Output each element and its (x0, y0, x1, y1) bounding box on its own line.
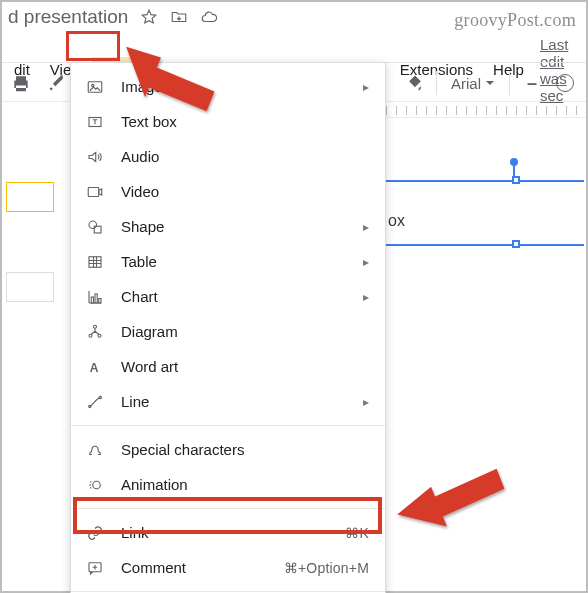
resize-handle-icon[interactable] (512, 176, 520, 184)
menu-separator (71, 508, 385, 509)
document-titlebar: d presentation (2, 6, 218, 28)
menu-item-label: Comment (121, 559, 268, 576)
specialchars-icon (85, 440, 105, 460)
svg-rect-6 (89, 256, 101, 267)
move-folder-icon[interactable] (170, 8, 188, 26)
print-icon[interactable] (10, 72, 32, 94)
link-icon (85, 523, 105, 543)
svg-point-4 (89, 221, 97, 229)
menu-item-comment[interactable]: Comment ⌘+Option+M (71, 550, 385, 585)
svg-point-10 (94, 325, 97, 328)
comment-icon (85, 558, 105, 578)
fill-color-icon[interactable] (404, 72, 426, 94)
menu-item-diagram[interactable]: Diagram (71, 314, 385, 349)
menu-item-chart[interactable]: Chart ▸ (71, 279, 385, 314)
font-size-field[interactable] (556, 74, 574, 92)
paint-format-icon[interactable] (46, 72, 68, 94)
wordart-icon: A (85, 357, 105, 377)
line-icon (85, 392, 105, 412)
diagram-icon (85, 322, 105, 342)
font-name: Arial (451, 75, 481, 92)
selected-textbox[interactable] (384, 180, 584, 252)
svg-rect-8 (95, 294, 97, 303)
toolbar-separator (436, 71, 437, 95)
menu-item-label: Chart (121, 288, 347, 305)
svg-point-16 (93, 481, 101, 489)
star-icon[interactable] (140, 8, 158, 26)
menu-item-label: Video (121, 183, 369, 200)
menu-item-label: Animation (121, 476, 369, 493)
menu-item-specialchars[interactable]: Special characters (71, 432, 385, 467)
menu-item-label: Line (121, 393, 347, 410)
menu-item-wordart[interactable]: A Word art (71, 349, 385, 384)
svg-rect-7 (91, 297, 93, 303)
menu-item-image[interactable]: Image ▸ (71, 69, 385, 104)
slide-thumbnails-panel (6, 182, 62, 482)
menu-item-table[interactable]: Table ▸ (71, 244, 385, 279)
svg-rect-9 (99, 298, 101, 303)
image-icon (85, 77, 105, 97)
menu-separator (71, 425, 385, 426)
shape-icon (85, 217, 105, 237)
submenu-arrow-icon: ▸ (363, 80, 369, 94)
menu-item-label: Special characters (121, 441, 369, 458)
menu-item-audio[interactable]: Audio (71, 139, 385, 174)
menu-item-line[interactable]: Line ▸ (71, 384, 385, 419)
svg-point-11 (89, 334, 92, 337)
slide-thumbnail[interactable] (6, 182, 54, 212)
menu-item-label: Shape (121, 218, 347, 235)
animation-icon (85, 475, 105, 495)
shortcut: ⌘+Option+M (284, 560, 369, 576)
submenu-arrow-icon: ▸ (363, 395, 369, 409)
menu-item-shape[interactable]: Shape ▸ (71, 209, 385, 244)
shortcut: ⌘K (345, 525, 369, 541)
font-size-decrease[interactable]: – (520, 71, 544, 95)
slide-thumbnail[interactable] (6, 272, 54, 302)
menu-item-label: Text box (121, 113, 369, 130)
submenu-arrow-icon: ▸ (363, 290, 369, 304)
menu-item-label: Table (121, 253, 347, 270)
menu-item-label: Audio (121, 148, 369, 165)
insert-dropdown: Image ▸ Text box Audio Video Shape ▸ Tab… (70, 62, 386, 593)
resize-handle-icon[interactable] (512, 240, 520, 248)
submenu-arrow-icon: ▸ (363, 220, 369, 234)
ruler (386, 103, 586, 118)
video-icon (85, 182, 105, 202)
table-icon (85, 252, 105, 272)
submenu-arrow-icon: ▸ (363, 255, 369, 269)
textbox-content-fragment: ox (388, 212, 405, 230)
menu-separator (71, 591, 385, 592)
cloud-status-icon[interactable] (200, 8, 218, 26)
menu-item-label: Diagram (121, 323, 369, 340)
svg-point-12 (98, 334, 101, 337)
menu-item-video[interactable]: Video (71, 174, 385, 209)
svg-rect-3 (88, 187, 99, 196)
svg-text:A: A (90, 360, 99, 374)
menu-item-textbox[interactable]: Text box (71, 104, 385, 139)
menu-item-label: Word art (121, 358, 369, 375)
menu-item-link[interactable]: Link ⌘K (71, 515, 385, 550)
textbox-icon (85, 112, 105, 132)
doc-title[interactable]: d presentation (8, 6, 128, 28)
toolbar-separator (509, 71, 510, 95)
audio-icon (85, 147, 105, 167)
menu-item-label: Link (121, 524, 329, 541)
menu-item-label: Image (121, 78, 347, 95)
menu-item-animation[interactable]: Animation (71, 467, 385, 502)
chart-icon (85, 287, 105, 307)
slide-canvas[interactable]: ox (386, 118, 584, 587)
watermark: groovyPost.com (454, 10, 576, 31)
font-selector[interactable]: Arial (447, 75, 499, 92)
